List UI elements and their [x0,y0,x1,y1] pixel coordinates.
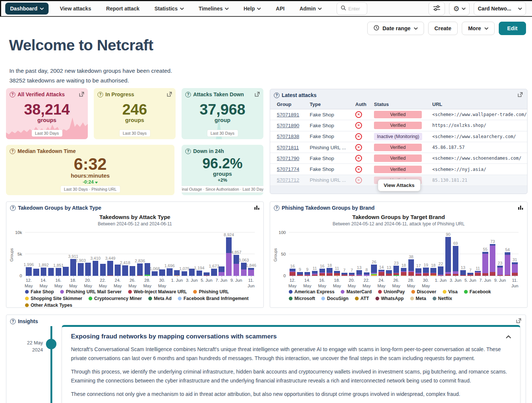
bar[interactable]: 1,851 [56,268,62,276]
bar[interactable]: 18 [401,268,407,276]
bar[interactable]: 18 [327,268,332,276]
bar[interactable]: 1,696 [167,268,173,276]
legend-item-fb_brand[interactable]: Facebook Brand Infringement [178,296,248,301]
nav-item-timelines[interactable]: Timelines [199,6,229,12]
bar[interactable]: 90 [445,237,451,276]
table-row[interactable]: 57071790Fake Shop✕Verified<scheme>://www… [270,153,527,164]
bar[interactable] [100,264,106,276]
bar[interactable]: 7 [349,273,355,276]
external-link-icon[interactable] [516,318,521,325]
bar[interactable]: 1,194 [197,271,202,276]
group-link[interactable]: 57071811 [277,145,299,150]
bar[interactable]: 16 [290,269,296,276]
legend-item-att[interactable]: ATT [355,296,369,301]
bar[interactable]: 17 [415,268,421,276]
bar[interactable]: 14 [378,270,384,276]
bar[interactable]: 55 [482,252,488,276]
bar[interactable]: 11 [475,271,481,276]
date-range-button[interactable]: Date range [367,22,424,35]
bar[interactable]: 16 [319,269,325,276]
legend-item-meta[interactable]: Meta [410,296,426,301]
bar[interactable] [130,266,136,276]
bar[interactable]: 38 [408,259,414,276]
bar[interactable]: 3,410 [93,261,99,276]
bar[interactable]: 9 [297,272,303,276]
stat-card-in-progress[interactable]: ?In Progress 246 groups Last 30 Days [94,88,176,139]
table-row[interactable]: 57071811Phishing URL ...✕Verified45.86.1… [270,142,527,153]
nav-item-admin[interactable]: Admin [300,6,322,12]
bar[interactable]: 1,846 [248,268,254,276]
bar[interactable]: 8 [364,272,370,276]
bar[interactable]: 7 [341,273,347,276]
stat-card-attacks-taken-down[interactable]: ?Attacks Taken Down 37,968 group Last 30… [182,88,263,139]
bar[interactable]: 13 [356,270,362,276]
search-input[interactable] [348,6,365,12]
bar[interactable]: 1,673 [211,269,217,276]
table-row[interactable]: 57071774Fake Shop✕Verified<scheme>://nyj… [270,164,527,175]
legend-item-microsoft[interactable]: Microsoft [289,296,315,301]
bar[interactable]: 11 [312,271,318,276]
bar[interactable]: 22 [438,266,444,276]
bar[interactable]: 2,418 [122,265,128,276]
bar[interactable]: 26 [371,265,377,276]
bar[interactable]: 1,075 [182,271,188,276]
stat-card-down-in-24h[interactable]: ?Down in 24h 96.2% groups +2% Final Outa… [182,145,263,195]
nav-item-view-attacks[interactable]: View attacks [60,6,91,12]
more-button[interactable]: More [462,22,495,35]
bar[interactable] [85,263,91,276]
bar[interactable]: 13 [386,270,392,276]
group-link[interactable]: 57071790 [277,156,299,161]
table-row[interactable]: 57071838Fake Shop✕Inactive (Monitoring)<… [270,131,527,142]
bar[interactable] [115,265,121,276]
bar[interactable] [159,269,165,276]
bar[interactable]: 3,449 [107,261,113,276]
table-row[interactable]: 57071890Fake Shop✕Verifiedhttps://oxlzks… [270,120,527,131]
create-button[interactable]: Create [428,22,458,35]
nav-item-statistics[interactable]: Statistics [154,6,183,12]
bar[interactable]: 2,903 [78,263,84,276]
bar[interactable]: 1,068 [152,271,158,276]
group-link[interactable]: 57071774 [277,166,299,172]
bar[interactable]: 13 [460,270,466,276]
external-link-icon[interactable] [518,92,523,99]
bar[interactable]: 23 [393,266,399,276]
bar[interactable] [204,272,210,276]
legend-item-crypto_miner[interactable]: Cryptocurrency Miner [89,296,142,301]
legend-item-amex[interactable]: American Express [289,289,334,294]
bar[interactable] [33,269,39,276]
chevron-up-icon[interactable] [506,333,511,340]
external-link-icon[interactable] [79,91,84,98]
bar-chart-icon[interactable] [518,204,523,211]
nav-dashboard-button[interactable]: Dashboard [5,3,49,15]
legend-item-skimmer[interactable]: Shopping Site Skimmer [25,296,82,301]
bar[interactable]: 31 [512,262,518,276]
external-link-icon[interactable] [255,91,260,98]
chart-plot[interactable]: 05k10k1,9961,8921,8513,9112,9033,4103,44… [25,232,255,276]
legend-item-netflix[interactable]: Netflix [433,296,452,301]
bar[interactable]: 9 [304,272,310,276]
external-link-icon[interactable] [167,91,172,98]
bar[interactable]: 1,892 [41,268,47,276]
bar[interactable] [63,267,69,276]
legend-item-web_inject[interactable]: Web-Inject Malware URL [128,289,187,294]
card-network-selector[interactable]: Card Netwo... [474,2,526,15]
nav-item-report-attack[interactable]: Report attack [106,6,139,12]
bar[interactable]: 73 [490,244,496,276]
stat-card-median-takedown-time[interactable]: ?Median Takedown Time 6:32 hours:minutes… [6,145,174,195]
bar[interactable]: 69 [453,246,459,276]
legend-item-fake_shop[interactable]: Fake Shop [25,289,54,294]
table-row[interactable]: 57071891Fake Shop✕Verified<scheme>://www… [270,109,527,120]
group-link[interactable]: 57071712 [277,177,299,183]
nav-item-help[interactable]: Help [244,6,261,12]
bar[interactable] [174,270,180,276]
bar[interactable]: 2,836 [137,263,143,276]
edit-button[interactable]: Edit [499,22,526,35]
legend-item-facebook[interactable]: Facebook [464,289,491,294]
group-link[interactable]: 57071891 [277,112,299,118]
chart-plot[interactable]: 0501001699111618117713826141323183817191… [289,232,519,276]
legend-item-unionpay[interactable]: UnionPay [378,289,405,294]
bar[interactable]: 8,924 [226,237,232,276]
bar-chart-icon[interactable] [254,204,260,211]
bar[interactable]: 1,996 [26,267,32,276]
settings-button[interactable]: ⚙ [449,2,470,15]
